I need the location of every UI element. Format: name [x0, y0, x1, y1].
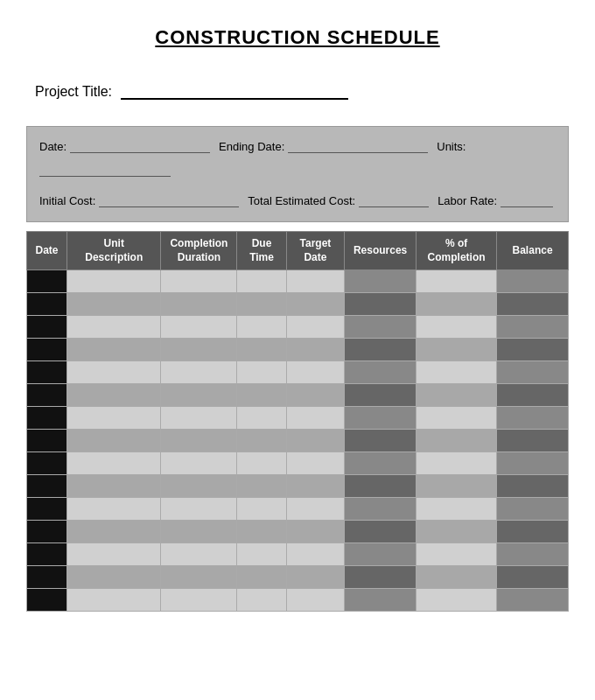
- table-cell[interactable]: [345, 566, 416, 589]
- table-cell[interactable]: [67, 589, 161, 612]
- table-cell[interactable]: [67, 293, 161, 316]
- table-cell[interactable]: [67, 316, 161, 339]
- table-cell[interactable]: [286, 452, 345, 475]
- table-cell[interactable]: [67, 270, 161, 293]
- table-row[interactable]: [27, 430, 569, 452]
- table-cell[interactable]: [416, 498, 497, 521]
- table-cell[interactable]: [497, 452, 569, 475]
- ending-date-input[interactable]: [288, 141, 428, 153]
- table-cell[interactable]: [237, 521, 286, 543]
- total-estimated-input[interactable]: [359, 195, 429, 207]
- table-cell[interactable]: [416, 316, 497, 339]
- table-cell[interactable]: [286, 407, 345, 430]
- table-cell[interactable]: [237, 498, 286, 521]
- table-cell[interactable]: [497, 475, 569, 498]
- table-cell[interactable]: [67, 361, 161, 384]
- table-cell[interactable]: [286, 521, 345, 543]
- table-cell[interactable]: [27, 452, 67, 475]
- table-cell[interactable]: [161, 407, 237, 430]
- table-cell[interactable]: [345, 270, 416, 293]
- table-cell[interactable]: [497, 384, 569, 407]
- table-cell[interactable]: [161, 566, 237, 589]
- table-cell[interactable]: [497, 407, 569, 430]
- table-cell[interactable]: [27, 384, 67, 407]
- table-cell[interactable]: [416, 339, 497, 361]
- table-cell[interactable]: [345, 543, 416, 566]
- table-cell[interactable]: [416, 361, 497, 384]
- table-cell[interactable]: [237, 475, 286, 498]
- table-row[interactable]: [27, 543, 569, 566]
- table-cell[interactable]: [497, 430, 569, 452]
- table-cell[interactable]: [237, 293, 286, 316]
- table-cell[interactable]: [161, 498, 237, 521]
- table-cell[interactable]: [416, 270, 497, 293]
- table-cell[interactable]: [286, 498, 345, 521]
- table-cell[interactable]: [497, 543, 569, 566]
- table-cell[interactable]: [27, 430, 67, 452]
- table-cell[interactable]: [286, 566, 345, 589]
- table-cell[interactable]: [67, 430, 161, 452]
- initial-cost-input[interactable]: [99, 195, 239, 207]
- table-cell[interactable]: [237, 316, 286, 339]
- table-cell[interactable]: [27, 566, 67, 589]
- table-cell[interactable]: [27, 270, 67, 293]
- table-cell[interactable]: [286, 384, 345, 407]
- table-cell[interactable]: [286, 316, 345, 339]
- table-row[interactable]: [27, 316, 569, 339]
- table-row[interactable]: [27, 498, 569, 521]
- table-cell[interactable]: [345, 339, 416, 361]
- table-cell[interactable]: [345, 475, 416, 498]
- table-cell[interactable]: [345, 384, 416, 407]
- table-cell[interactable]: [497, 339, 569, 361]
- table-cell[interactable]: [286, 589, 345, 612]
- table-cell[interactable]: [497, 589, 569, 612]
- table-cell[interactable]: [67, 407, 161, 430]
- table-cell[interactable]: [161, 589, 237, 612]
- table-row[interactable]: [27, 339, 569, 361]
- table-cell[interactable]: [27, 475, 67, 498]
- table-row[interactable]: [27, 566, 569, 589]
- table-row[interactable]: [27, 384, 569, 407]
- table-row[interactable]: [27, 521, 569, 543]
- table-cell[interactable]: [161, 384, 237, 407]
- table-cell[interactable]: [497, 316, 569, 339]
- table-cell[interactable]: [161, 521, 237, 543]
- table-cell[interactable]: [286, 270, 345, 293]
- table-cell[interactable]: [237, 566, 286, 589]
- table-cell[interactable]: [416, 293, 497, 316]
- table-cell[interactable]: [345, 521, 416, 543]
- table-cell[interactable]: [237, 339, 286, 361]
- table-cell[interactable]: [237, 361, 286, 384]
- table-cell[interactable]: [27, 407, 67, 430]
- table-cell[interactable]: [286, 361, 345, 384]
- table-cell[interactable]: [345, 430, 416, 452]
- table-cell[interactable]: [27, 339, 67, 361]
- table-cell[interactable]: [416, 384, 497, 407]
- table-cell[interactable]: [161, 293, 237, 316]
- table-cell[interactable]: [27, 498, 67, 521]
- table-cell[interactable]: [237, 430, 286, 452]
- table-cell[interactable]: [286, 475, 345, 498]
- units-input[interactable]: [39, 164, 171, 177]
- table-cell[interactable]: [345, 407, 416, 430]
- table-cell[interactable]: [497, 361, 569, 384]
- table-cell[interactable]: [286, 339, 345, 361]
- table-cell[interactable]: [161, 361, 237, 384]
- table-cell[interactable]: [416, 475, 497, 498]
- table-cell[interactable]: [497, 521, 569, 543]
- table-cell[interactable]: [237, 589, 286, 612]
- table-cell[interactable]: [27, 316, 67, 339]
- table-row[interactable]: [27, 589, 569, 612]
- table-cell[interactable]: [416, 589, 497, 612]
- table-cell[interactable]: [161, 270, 237, 293]
- table-cell[interactable]: [67, 498, 161, 521]
- table-cell[interactable]: [416, 407, 497, 430]
- table-cell[interactable]: [416, 430, 497, 452]
- table-cell[interactable]: [345, 316, 416, 339]
- table-cell[interactable]: [67, 452, 161, 475]
- table-cell[interactable]: [161, 339, 237, 361]
- table-cell[interactable]: [345, 589, 416, 612]
- table-row[interactable]: [27, 270, 569, 293]
- table-cell[interactable]: [497, 270, 569, 293]
- table-cell[interactable]: [27, 543, 67, 566]
